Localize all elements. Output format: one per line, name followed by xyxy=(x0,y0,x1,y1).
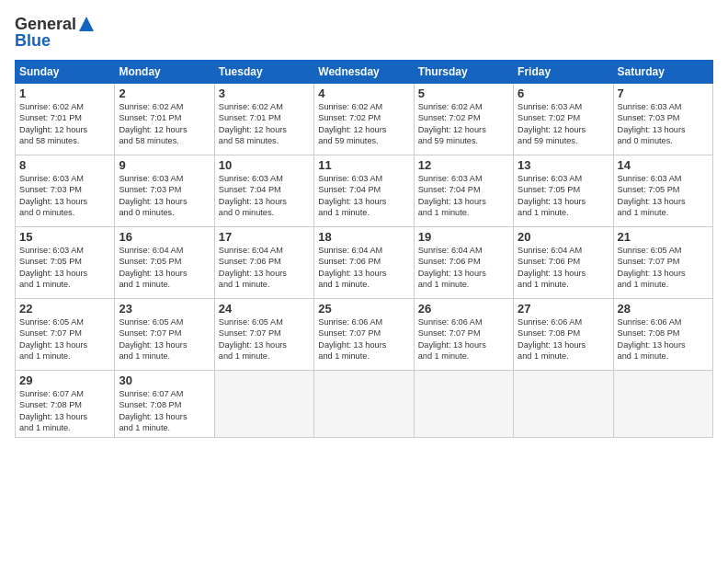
calendar-cell: 12Sunrise: 6:03 AM Sunset: 7:04 PM Dayli… xyxy=(414,155,513,227)
cell-details: Sunrise: 6:04 AM Sunset: 7:06 PM Dayligh… xyxy=(318,245,409,291)
calendar-cell xyxy=(414,371,513,438)
day-number: 18 xyxy=(318,230,409,244)
cell-details: Sunrise: 6:07 AM Sunset: 7:08 PM Dayligh… xyxy=(19,388,110,434)
calendar-cell: 21Sunrise: 6:05 AM Sunset: 7:07 PM Dayli… xyxy=(613,227,712,299)
cell-details: Sunrise: 6:03 AM Sunset: 7:05 PM Dayligh… xyxy=(19,245,110,291)
day-number: 28 xyxy=(618,302,709,316)
day-number: 27 xyxy=(518,302,609,316)
cell-details: Sunrise: 6:03 AM Sunset: 7:02 PM Dayligh… xyxy=(518,101,609,147)
col-header-monday: Monday xyxy=(115,61,214,84)
col-header-thursday: Thursday xyxy=(414,61,513,84)
day-number: 26 xyxy=(418,302,509,316)
cell-details: Sunrise: 6:02 AM Sunset: 7:01 PM Dayligh… xyxy=(119,101,210,147)
calendar-cell: 16Sunrise: 6:04 AM Sunset: 7:05 PM Dayli… xyxy=(115,227,214,299)
cell-details: Sunrise: 6:07 AM Sunset: 7:08 PM Dayligh… xyxy=(119,388,210,434)
calendar-cell: 22Sunrise: 6:05 AM Sunset: 7:07 PM Dayli… xyxy=(16,299,115,371)
day-number: 5 xyxy=(418,86,509,100)
col-header-tuesday: Tuesday xyxy=(214,61,313,84)
calendar-cell: 3Sunrise: 6:02 AM Sunset: 7:01 PM Daylig… xyxy=(214,84,313,155)
day-number: 3 xyxy=(219,86,310,100)
cell-details: Sunrise: 6:05 AM Sunset: 7:07 PM Dayligh… xyxy=(19,316,110,362)
cell-details: Sunrise: 6:06 AM Sunset: 7:07 PM Dayligh… xyxy=(318,316,409,362)
cell-details: Sunrise: 6:02 AM Sunset: 7:02 PM Dayligh… xyxy=(418,101,509,147)
col-header-saturday: Saturday xyxy=(613,61,712,84)
calendar-cell xyxy=(613,371,712,438)
cell-details: Sunrise: 6:03 AM Sunset: 7:05 PM Dayligh… xyxy=(518,173,609,219)
calendar-cell: 4Sunrise: 6:02 AM Sunset: 7:02 PM Daylig… xyxy=(314,84,414,155)
week-row-1: 1Sunrise: 6:02 AM Sunset: 7:01 PM Daylig… xyxy=(16,84,713,155)
cell-details: Sunrise: 6:03 AM Sunset: 7:03 PM Dayligh… xyxy=(119,173,210,219)
calendar-cell: 15Sunrise: 6:03 AM Sunset: 7:05 PM Dayli… xyxy=(16,227,115,299)
calendar-cell: 27Sunrise: 6:06 AM Sunset: 7:08 PM Dayli… xyxy=(514,299,613,371)
logo: General Blue xyxy=(15,15,96,51)
calendar-cell xyxy=(314,371,414,438)
calendar-cell: 30Sunrise: 6:07 AM Sunset: 7:08 PM Dayli… xyxy=(115,371,214,438)
logo-icon xyxy=(77,15,96,33)
calendar-cell: 1Sunrise: 6:02 AM Sunset: 7:01 PM Daylig… xyxy=(16,84,115,155)
day-number: 14 xyxy=(618,158,709,172)
day-number: 8 xyxy=(19,158,110,172)
cell-details: Sunrise: 6:03 AM Sunset: 7:04 PM Dayligh… xyxy=(219,173,310,219)
cell-details: Sunrise: 6:06 AM Sunset: 7:07 PM Dayligh… xyxy=(418,316,509,362)
day-number: 1 xyxy=(19,86,110,100)
day-number: 13 xyxy=(518,158,609,172)
day-number: 30 xyxy=(119,373,210,387)
cell-details: Sunrise: 6:05 AM Sunset: 7:07 PM Dayligh… xyxy=(219,316,310,362)
calendar-cell: 13Sunrise: 6:03 AM Sunset: 7:05 PM Dayli… xyxy=(514,155,613,227)
cell-details: Sunrise: 6:03 AM Sunset: 7:03 PM Dayligh… xyxy=(19,173,110,219)
week-row-3: 15Sunrise: 6:03 AM Sunset: 7:05 PM Dayli… xyxy=(16,227,713,299)
day-number: 4 xyxy=(318,86,409,100)
calendar-cell: 6Sunrise: 6:03 AM Sunset: 7:02 PM Daylig… xyxy=(514,84,613,155)
calendar-table: SundayMondayTuesdayWednesdayThursdayFrid… xyxy=(15,60,713,438)
cell-details: Sunrise: 6:02 AM Sunset: 7:01 PM Dayligh… xyxy=(19,101,110,147)
day-number: 29 xyxy=(19,373,110,387)
cell-details: Sunrise: 6:06 AM Sunset: 7:08 PM Dayligh… xyxy=(518,316,609,362)
calendar-cell: 8Sunrise: 6:03 AM Sunset: 7:03 PM Daylig… xyxy=(16,155,115,227)
header-row: SundayMondayTuesdayWednesdayThursdayFrid… xyxy=(16,61,713,84)
day-number: 12 xyxy=(418,158,509,172)
week-row-2: 8Sunrise: 6:03 AM Sunset: 7:03 PM Daylig… xyxy=(16,155,713,227)
day-number: 17 xyxy=(219,230,310,244)
cell-details: Sunrise: 6:05 AM Sunset: 7:07 PM Dayligh… xyxy=(119,316,210,362)
calendar-cell xyxy=(514,371,613,438)
calendar-cell: 11Sunrise: 6:03 AM Sunset: 7:04 PM Dayli… xyxy=(314,155,414,227)
cell-details: Sunrise: 6:02 AM Sunset: 7:02 PM Dayligh… xyxy=(318,101,409,147)
calendar-cell: 19Sunrise: 6:04 AM Sunset: 7:06 PM Dayli… xyxy=(414,227,513,299)
calendar-cell: 5Sunrise: 6:02 AM Sunset: 7:02 PM Daylig… xyxy=(414,84,513,155)
calendar-cell: 2Sunrise: 6:02 AM Sunset: 7:01 PM Daylig… xyxy=(115,84,214,155)
calendar-cell: 24Sunrise: 6:05 AM Sunset: 7:07 PM Dayli… xyxy=(214,299,313,371)
calendar-cell: 28Sunrise: 6:06 AM Sunset: 7:08 PM Dayli… xyxy=(613,299,712,371)
cell-details: Sunrise: 6:04 AM Sunset: 7:06 PM Dayligh… xyxy=(418,245,509,291)
calendar-cell: 7Sunrise: 6:03 AM Sunset: 7:03 PM Daylig… xyxy=(613,84,712,155)
col-header-wednesday: Wednesday xyxy=(314,61,414,84)
week-row-5: 29Sunrise: 6:07 AM Sunset: 7:08 PM Dayli… xyxy=(16,371,713,438)
header: General Blue xyxy=(15,15,713,51)
cell-details: Sunrise: 6:06 AM Sunset: 7:08 PM Dayligh… xyxy=(618,316,709,362)
day-number: 6 xyxy=(518,86,609,100)
day-number: 21 xyxy=(618,230,709,244)
page: General Blue SundayMondayTuesdayWednesda… xyxy=(0,0,728,563)
cell-details: Sunrise: 6:03 AM Sunset: 7:04 PM Dayligh… xyxy=(318,173,409,219)
col-header-sunday: Sunday xyxy=(16,61,115,84)
calendar-cell: 14Sunrise: 6:03 AM Sunset: 7:05 PM Dayli… xyxy=(613,155,712,227)
cell-details: Sunrise: 6:04 AM Sunset: 7:06 PM Dayligh… xyxy=(518,245,609,291)
col-header-friday: Friday xyxy=(514,61,613,84)
day-number: 24 xyxy=(219,302,310,316)
cell-details: Sunrise: 6:03 AM Sunset: 7:04 PM Dayligh… xyxy=(418,173,509,219)
calendar-cell: 23Sunrise: 6:05 AM Sunset: 7:07 PM Dayli… xyxy=(115,299,214,371)
cell-details: Sunrise: 6:03 AM Sunset: 7:03 PM Dayligh… xyxy=(618,101,709,147)
calendar-cell: 9Sunrise: 6:03 AM Sunset: 7:03 PM Daylig… xyxy=(115,155,214,227)
week-row-4: 22Sunrise: 6:05 AM Sunset: 7:07 PM Dayli… xyxy=(16,299,713,371)
calendar-cell: 18Sunrise: 6:04 AM Sunset: 7:06 PM Dayli… xyxy=(314,227,414,299)
day-number: 23 xyxy=(119,302,210,316)
cell-details: Sunrise: 6:02 AM Sunset: 7:01 PM Dayligh… xyxy=(219,101,310,147)
logo-blue-text: Blue xyxy=(15,31,96,51)
day-number: 10 xyxy=(219,158,310,172)
day-number: 15 xyxy=(19,230,110,244)
cell-details: Sunrise: 6:04 AM Sunset: 7:06 PM Dayligh… xyxy=(219,245,310,291)
day-number: 7 xyxy=(618,86,709,100)
calendar-cell: 29Sunrise: 6:07 AM Sunset: 7:08 PM Dayli… xyxy=(16,371,115,438)
day-number: 22 xyxy=(19,302,110,316)
day-number: 2 xyxy=(119,86,210,100)
cell-details: Sunrise: 6:05 AM Sunset: 7:07 PM Dayligh… xyxy=(618,245,709,291)
